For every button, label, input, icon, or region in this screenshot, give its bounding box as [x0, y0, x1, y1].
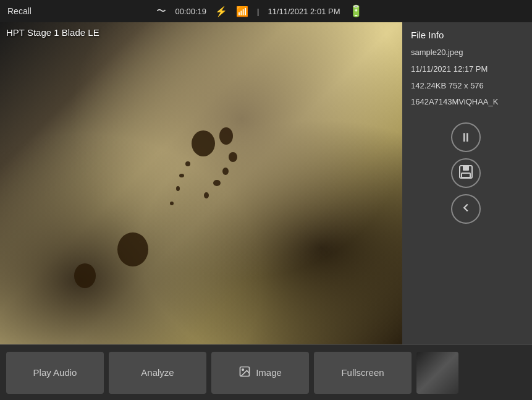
- timer-display: 00:00:19: [175, 7, 206, 16]
- blade-mark-10: [179, 174, 184, 177]
- blade-mark-4: [222, 168, 229, 175]
- blade-mark-5: [213, 180, 221, 186]
- thumbnail-button[interactable]: [416, 352, 458, 394]
- blade-mark-3: [229, 152, 237, 162]
- file-info-hash: 1642A7143MViQHAA_K: [411, 96, 523, 109]
- right-panel: File Info sample20.jpeg 11/11/2021 12:17…: [402, 22, 532, 344]
- back-icon: [459, 201, 473, 218]
- svg-rect-2: [462, 173, 470, 177]
- save-icon: [458, 164, 473, 182]
- analyze-label: Analyze: [141, 367, 174, 378]
- fullscreen-label: Fullscreen: [341, 367, 384, 378]
- toolbar: Play Audio Analyze Image Fullscreen: [0, 344, 532, 400]
- save-button[interactable]: [451, 158, 481, 188]
- file-info-datetime: 11/11/2021 12:17 PM: [411, 63, 523, 76]
- video-panel: HPT Stage 1 Blade LE: [0, 22, 402, 344]
- image-icon: [239, 365, 251, 380]
- back-button[interactable]: [451, 194, 481, 224]
- datetime-display: 11/11/2021 2:01 PM: [268, 7, 340, 16]
- image-button[interactable]: Image: [211, 352, 309, 394]
- blade-mark-1: [192, 130, 215, 156]
- file-info-title: File Info: [411, 30, 523, 40]
- wifi-icon: 📶: [236, 6, 248, 17]
- image-label: Image: [256, 367, 282, 378]
- file-info-panel: File Info sample20.jpeg 11/11/2021 12:17…: [402, 22, 532, 116]
- divider: |: [257, 7, 259, 16]
- pause-button[interactable]: ⏸: [451, 122, 481, 152]
- svg-rect-1: [463, 166, 469, 171]
- play-audio-label: Play Audio: [33, 367, 77, 378]
- blade-mark-12: [170, 202, 174, 205]
- fullscreen-button[interactable]: Fullscreen: [314, 352, 412, 394]
- titlebar: Recall 〜 00:00:19 ⚡ 📶 | 11/11/2021 2:01 …: [0, 0, 532, 22]
- blade-mark-9: [185, 161, 190, 166]
- control-buttons: ⏸: [402, 116, 532, 230]
- file-info-size: 142.24KB 752 x 576: [411, 80, 523, 93]
- titlebar-center: 〜 00:00:19 ⚡ 📶 | 11/11/2021 2:01 PM 🔋: [156, 4, 362, 18]
- bluetooth-icon: ⚡: [215, 6, 227, 17]
- analyze-button[interactable]: Analyze: [109, 352, 206, 394]
- activity-icon: 〜: [156, 5, 166, 18]
- pause-icon: ⏸: [460, 130, 472, 145]
- blade-mark-2: [219, 127, 233, 145]
- blade-mark-7: [117, 232, 148, 266]
- play-audio-button[interactable]: Play Audio: [6, 352, 104, 394]
- app-title: Recall: [7, 6, 32, 16]
- blade-mark-6: [204, 192, 209, 198]
- video-image: [0, 22, 402, 344]
- file-info-filename: sample20.jpeg: [411, 46, 523, 59]
- svg-point-4: [242, 369, 244, 371]
- main-area: HPT Stage 1 Blade LE File Info sample20.…: [0, 22, 532, 344]
- blade-mark-11: [176, 186, 180, 191]
- video-label: HPT Stage 1 Blade LE: [6, 27, 99, 38]
- blade-mark-8: [74, 263, 96, 288]
- thumbnail-image: [416, 352, 458, 394]
- battery-icon: 🔋: [349, 4, 363, 18]
